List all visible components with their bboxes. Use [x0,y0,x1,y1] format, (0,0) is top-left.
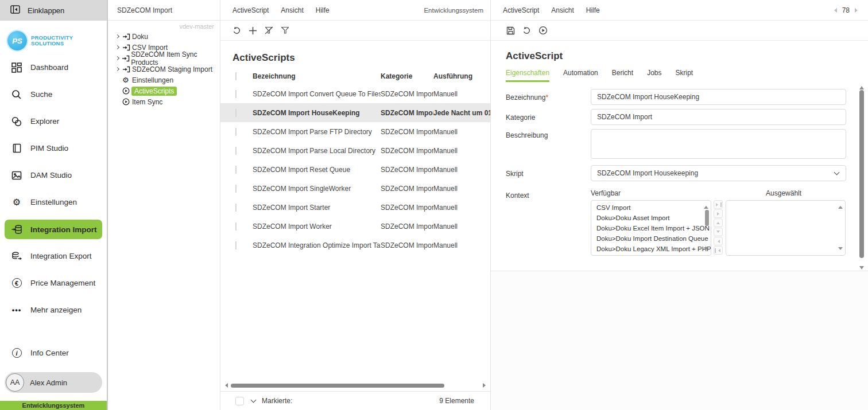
tab-skript[interactable]: Skript [675,69,693,82]
menu-activescript[interactable]: ActiveScript [232,6,269,14]
bezeichnung-input[interactable] [591,89,846,105]
tree-item-einstellungen[interactable]: ⚙ Einstellungen [116,75,220,85]
scroll-up-icon[interactable] [704,204,708,209]
scrollbar-thumb[interactable] [231,384,444,388]
expand-chevron-icon[interactable] [116,35,122,38]
menu-hilfe[interactable]: Hilfe [586,6,600,14]
list-item[interactable]: CSV Import [591,202,702,213]
next-record-icon[interactable] [855,8,860,13]
tab-bericht[interactable]: Bericht [612,69,633,82]
table-row[interactable]: SDZeCOM Import Convert Queue To Filesyst… [220,84,490,103]
tree-item-staging-import[interactable]: SDZeCOM Staging Import [116,64,220,75]
sidebar-item-mehr-anzeigen[interactable]: ••• Mehr anzeigen [0,296,107,323]
row-checkbox[interactable] [235,128,237,136]
list-item[interactable]: Doku>Doku Excel Item Import + JSON Tran [591,223,702,233]
available-listbox[interactable]: CSV Import Doku>Doku Asset Import Doku>D… [591,200,711,256]
brand-text: PRODUCTIVITY SOLUTIONS [31,35,73,47]
scrollbar-thumb[interactable] [859,90,864,258]
list-item[interactable]: Doku>Doku Asset Import [591,213,702,223]
beschreibung-textarea[interactable] [591,129,846,159]
run-button[interactable] [538,26,548,36]
expand-chevron-icon[interactable] [116,57,122,60]
scroll-up-icon[interactable] [838,204,843,209]
expand-chevron-icon[interactable] [116,46,122,49]
marked-checkbox[interactable] [235,397,244,405]
sidebar-item-dashboard[interactable]: Dashboard [0,54,107,81]
row-checkbox[interactable] [235,204,237,212]
sidebar-item-integration-import[interactable]: Integration Import [5,220,102,239]
selected-listbox[interactable] [726,200,846,256]
list-item[interactable]: Doku>Doku Import Destination Queue [591,233,702,244]
move-all-left-button[interactable] [714,246,723,255]
add-button[interactable] [248,26,258,36]
clear-filter-button[interactable] [264,26,274,36]
kategorie-input[interactable] [591,109,846,125]
table-row[interactable]: SDZeCOM Import StarterSDZeCOM ImportManu… [220,198,490,217]
scroll-down-icon[interactable] [704,247,708,252]
scroll-up-icon[interactable] [859,84,864,89]
row-checkbox[interactable] [235,109,237,117]
refresh-button[interactable] [232,26,242,36]
chevron-down-icon[interactable] [251,397,257,403]
user-menu[interactable]: AA Alex Admin [5,372,102,393]
move-down-button[interactable] [714,228,723,236]
tree-item-item-sync-products[interactable]: SDZeCOM Item Sync Products [116,53,220,64]
tree-item-item-sync[interactable]: Item Sync [116,96,220,107]
menu-activescript[interactable]: ActiveScript [503,6,539,14]
sidebar-item-einstellungen[interactable]: ⚙ Einstellungen [0,189,107,216]
previous-record-icon[interactable] [832,8,837,13]
column-header-bezeichnung[interactable]: Bezeichnung [253,72,381,80]
menu-hilfe[interactable]: Hilfe [316,6,330,14]
vertical-scrollbar[interactable] [859,84,865,272]
tree-item-activescripts[interactable]: ActiveScripts [116,85,220,96]
menu-ansicht[interactable]: Ansicht [281,6,303,14]
table-row[interactable]: SDZeCOM Integration Optimize Import Tabl… [220,236,490,255]
table-row[interactable]: SDZeCOM Import Parse FTP DirectorySDZeCO… [220,122,490,141]
sidebar-item-info-center[interactable]: i Info Center [0,339,107,366]
list-item[interactable]: Doku>Doku Legacy XML Import + PHP inbu [591,244,702,254]
row-checkbox[interactable] [235,222,237,231]
refresh-button[interactable] [522,26,532,36]
filter-button[interactable] [280,26,290,36]
sidebar-item-dam-studio[interactable]: DAM Studio [0,162,107,189]
table-row[interactable]: SDZeCOM Import SingleWorkerSDZeCOM Impor… [220,179,490,198]
tree-item-doku[interactable]: Doku [116,31,220,42]
expand-chevron-icon[interactable] [116,68,122,71]
save-button[interactable] [506,26,516,36]
table-row[interactable]: SDZeCOM Import Parse Local DirectorySDZe… [220,141,490,160]
table-row-selected[interactable]: SDZeCOM Import HouseKeepingSDZeCOM Impor… [220,103,490,122]
row-checkbox[interactable] [235,147,237,155]
sidebar-item-pim-studio[interactable]: PIM Studio [0,135,107,162]
move-all-right-button[interactable] [714,200,723,209]
row-checkbox[interactable] [235,166,237,174]
sidebar-item-integration-export[interactable]: Integration Export [0,243,107,270]
move-left-button[interactable] [714,237,723,245]
tab-eigenschaften[interactable]: Eigenschaften [506,69,549,82]
select-all-checkbox[interactable] [235,72,237,80]
tab-automation[interactable]: Automation [563,69,598,82]
scroll-down-icon[interactable] [859,266,864,272]
scroll-down-icon[interactable] [838,247,843,252]
collapse-sidebar-button[interactable]: Einklappen [0,0,107,21]
sidebar-item-suche[interactable]: Suche [0,81,107,108]
table-row[interactable]: SDZeCOM Import WorkerSDZeCOM ImportManue… [220,217,490,236]
horizontal-scrollbar[interactable] [223,381,488,391]
row-checkbox[interactable] [235,185,237,193]
scroll-left-icon[interactable] [223,383,228,388]
scroll-right-icon[interactable] [483,383,488,388]
skript-select[interactable]: SDZeCOM Import Housekeeping [591,165,846,181]
table-row[interactable]: SDZeCOM Import Reset QueueSDZeCOM Import… [220,160,490,179]
skript-select-value: SDZeCOM Import Housekeeping [597,169,698,177]
tab-jobs[interactable]: Jobs [647,69,661,82]
sidebar-item-explorer[interactable]: Explorer [0,108,107,135]
row-checkbox[interactable] [235,90,237,98]
column-header-kategorie[interactable]: Kategorie [381,72,433,80]
row-checkbox[interactable] [235,241,237,249]
move-right-button[interactable] [714,209,723,218]
menu-ansicht[interactable]: Ansicht [551,6,574,14]
sidebar-item-price-management[interactable]: € Price Management [0,270,107,296]
import-bracket-icon [122,66,132,73]
scrollbar-thumb[interactable] [705,210,709,226]
column-header-ausfuehrung[interactable]: Ausführung [433,72,490,80]
move-up-button[interactable] [714,218,723,227]
